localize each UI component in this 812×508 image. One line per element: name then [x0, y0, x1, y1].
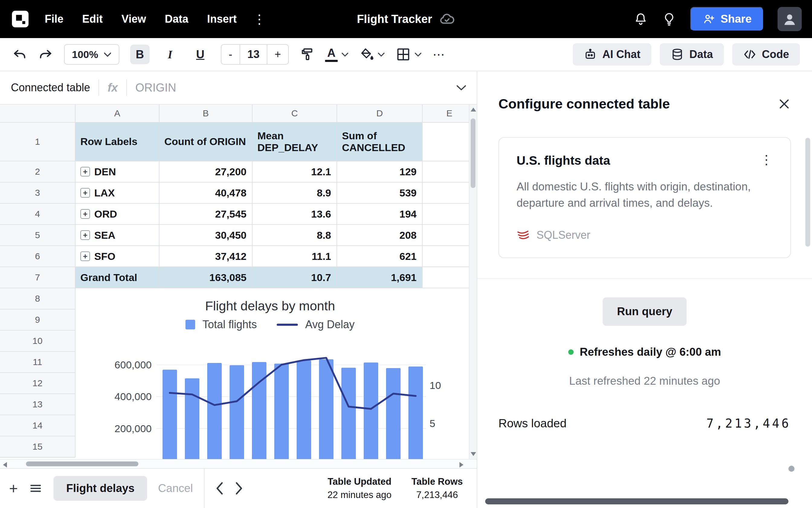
menu-data[interactable]: Data — [165, 13, 188, 26]
cell-A6[interactable]: +SFO — [76, 246, 160, 267]
cell-A7[interactable]: Grand Total — [76, 267, 160, 288]
formula-bar-expand-icon[interactable] — [456, 84, 466, 91]
scroll-left-arrow-icon[interactable] — [3, 462, 7, 467]
cell-C3[interactable]: 8.9 — [253, 182, 337, 204]
col-header-B[interactable]: B — [160, 104, 253, 123]
row-header-1[interactable]: 1 — [0, 123, 76, 161]
cell-A5[interactable]: +SEA — [76, 225, 160, 246]
scroll-right-arrow-icon[interactable] — [459, 462, 463, 467]
expand-toggle-icon[interactable]: + — [80, 209, 90, 219]
row-header-8[interactable]: 8 — [0, 288, 76, 309]
next-sheet-icon[interactable] — [235, 482, 243, 495]
horizontal-scrollbar[interactable] — [0, 459, 477, 468]
vertical-scrollbar[interactable] — [469, 104, 477, 459]
cell-A1[interactable]: Row Labels — [76, 123, 160, 161]
borders-control[interactable] — [396, 47, 422, 62]
row-header-13[interactable]: 13 — [0, 394, 76, 415]
row-header-9[interactable]: 9 — [0, 309, 76, 331]
panel-horizontal-scroll-thumb[interactable] — [485, 498, 788, 504]
underline-button[interactable]: U — [191, 45, 210, 64]
col-header-C[interactable]: C — [253, 104, 337, 123]
font-size-value[interactable]: 13 — [239, 45, 267, 64]
expand-toggle-icon[interactable]: + — [80, 167, 90, 176]
row-header-6[interactable]: 6 — [0, 246, 76, 267]
select-all-corner[interactable] — [0, 104, 76, 123]
menu-view[interactable]: View — [122, 13, 146, 26]
paint-format-icon[interactable] — [300, 47, 314, 61]
text-color-control[interactable]: A — [325, 47, 349, 62]
cell-A3[interactable]: +LAX — [76, 182, 160, 204]
row-header-14[interactable]: 14 — [0, 415, 76, 436]
row-header-5[interactable]: 5 — [0, 225, 76, 246]
expand-toggle-icon[interactable]: + — [80, 251, 90, 261]
menu-edit[interactable]: Edit — [82, 13, 103, 26]
row-header-4[interactable]: 4 — [0, 204, 76, 225]
row-header-10[interactable]: 10 — [0, 331, 76, 352]
cell-B7[interactable]: 163,085 — [160, 267, 253, 288]
grid-viewport[interactable]: ABCDE1Row LabelsCount of ORIGINMean DEP_… — [0, 104, 477, 459]
cell-B4[interactable]: 27,545 — [160, 204, 253, 225]
more-menu-icon[interactable]: ⋮ — [253, 12, 266, 27]
cell-B1[interactable]: Count of ORIGIN — [160, 123, 253, 161]
redo-icon[interactable] — [38, 47, 53, 62]
row-header-2[interactable]: 2 — [0, 161, 76, 182]
fill-color-control[interactable] — [359, 47, 385, 61]
row-header-15[interactable]: 15 — [0, 436, 76, 458]
row-header-3[interactable]: 3 — [0, 182, 76, 204]
run-query-button[interactable]: Run query — [603, 297, 687, 326]
prev-sheet-icon[interactable] — [215, 482, 224, 495]
share-button[interactable]: Share — [690, 7, 764, 31]
cell-D3[interactable]: 539 — [337, 182, 422, 204]
font-size-increase-button[interactable]: + — [267, 45, 288, 64]
code-button[interactable]: Code — [732, 43, 800, 66]
cell-C5[interactable]: 8.8 — [253, 225, 337, 246]
cell-B5[interactable]: 30,450 — [160, 225, 253, 246]
sheet-tab-flight-delays[interactable]: Flight delays — [53, 476, 147, 501]
panel-vertical-scroll-thumb[interactable] — [805, 138, 810, 247]
close-icon[interactable] — [777, 97, 791, 111]
cancel-button[interactable]: Cancel — [158, 482, 193, 495]
app-logo-icon[interactable] — [10, 9, 30, 29]
formula-input[interactable]: ORIGIN — [135, 81, 176, 94]
cell-B2[interactable]: 27,200 — [160, 161, 253, 182]
notifications-bell-icon[interactable] — [633, 12, 648, 26]
cell-D6[interactable]: 621 — [337, 246, 422, 267]
tips-lightbulb-icon[interactable] — [662, 12, 676, 26]
font-size-decrease-button[interactable]: - — [221, 45, 239, 64]
cell-A4[interactable]: +ORD — [76, 204, 160, 225]
horizontal-scroll-thumb[interactable] — [26, 461, 138, 466]
bold-button[interactable]: B — [130, 45, 149, 64]
col-header-D[interactable]: D — [337, 104, 422, 123]
cell-C2[interactable]: 12.1 — [253, 161, 337, 182]
flight-chart[interactable]: 600,000400,000200,000105 — [76, 340, 463, 459]
add-sheet-button[interactable]: + — [9, 479, 18, 497]
cell-D2[interactable]: 129 — [337, 161, 422, 182]
cell-C1[interactable]: Mean DEP_DELAY — [253, 123, 337, 161]
cell-D4[interactable]: 194 — [337, 204, 422, 225]
toolbar-more-icon[interactable]: ⋯ — [433, 47, 446, 61]
cell-C7[interactable]: 10.7 — [253, 267, 337, 288]
zoom-control[interactable]: 100% — [64, 44, 119, 65]
expand-toggle-icon[interactable]: + — [80, 188, 90, 198]
sheet-list-icon[interactable] — [29, 481, 43, 495]
expand-toggle-icon[interactable]: + — [80, 230, 90, 240]
cell-D7[interactable]: 1,691 — [337, 267, 422, 288]
menu-file[interactable]: File — [45, 13, 63, 26]
account-avatar[interactable] — [777, 7, 802, 31]
cell-A2[interactable]: +DEN — [76, 161, 160, 182]
cell-B6[interactable]: 37,412 — [160, 246, 253, 267]
menu-insert[interactable]: Insert — [207, 13, 236, 26]
vertical-scroll-thumb[interactable] — [471, 119, 476, 188]
cell-D5[interactable]: 208 — [337, 225, 422, 246]
undo-icon[interactable] — [12, 47, 27, 62]
row-header-11[interactable]: 11 — [0, 352, 76, 373]
flight-chart-object[interactable]: Flight delays by month Total flights Avg… — [76, 288, 465, 459]
scroll-down-arrow-icon[interactable] — [471, 452, 476, 456]
row-header-12[interactable]: 12 — [0, 373, 76, 394]
document-title[interactable]: Flight Tracker — [357, 11, 455, 27]
name-box[interactable]: Connected table — [11, 81, 90, 94]
cell-B3[interactable]: 40,478 — [160, 182, 253, 204]
data-button[interactable]: Data — [660, 43, 724, 66]
row-header-7[interactable]: 7 — [0, 267, 76, 288]
col-header-A[interactable]: A — [76, 104, 160, 123]
